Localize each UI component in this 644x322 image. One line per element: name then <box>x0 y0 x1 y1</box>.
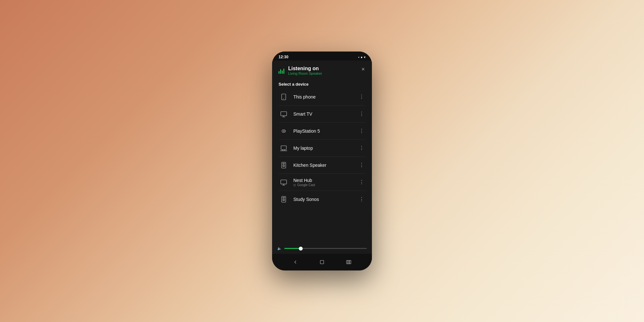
eq-bar-4 <box>283 69 284 74</box>
speaker-icon <box>279 160 289 170</box>
tv-icon <box>279 109 289 119</box>
select-device-label: Select a device <box>272 79 372 89</box>
device-name: My laptop <box>293 146 353 151</box>
device-info: Nest Hub ⊡ Google Cast <box>293 178 353 187</box>
volume-area: 🔈 <box>272 244 372 254</box>
volume-track[interactable] <box>284 248 367 249</box>
status-icons: ▪ ● ▾ <box>358 55 365 59</box>
device-name: Smart TV <box>293 111 353 117</box>
eq-bar-1 <box>279 71 279 74</box>
wifi-icon: ▾ <box>364 55 365 59</box>
device-item-laptop[interactable]: My laptop ⋮ <box>272 140 372 156</box>
svg-rect-22 <box>320 260 324 264</box>
header-text: Listening on Living Room Speaker <box>288 66 322 75</box>
eq-bar-3 <box>282 71 283 74</box>
cast-icon: ⊡ <box>293 184 296 187</box>
device-name: This phone <box>293 94 353 99</box>
device-info: My laptop <box>293 146 353 151</box>
content-area: Listening on Living Room Speaker × Selec… <box>272 61 372 254</box>
device-info: Smart TV <box>293 111 353 117</box>
device-name: Study Sonos <box>293 197 353 202</box>
device-name: PlayStation 5 <box>293 128 353 134</box>
device-item-playstation[interactable]: PlayStation 5 ⋮ <box>272 123 372 139</box>
svg-rect-15 <box>281 180 287 184</box>
svg-rect-14 <box>283 163 285 164</box>
volume-icon: 🔈 <box>277 246 282 251</box>
device-item-nest-hub[interactable]: Nest Hub ⊡ Google Cast ⋮ <box>272 174 372 191</box>
equalizer-icon <box>279 67 284 74</box>
volume-thumb[interactable] <box>299 247 303 251</box>
current-device-label: Living Room Speaker <box>288 71 322 75</box>
device-name: Kitchen Speaker <box>293 163 353 168</box>
nav-bar <box>272 254 372 270</box>
header-left: Listening on Living Room Speaker <box>279 66 322 75</box>
gamepad-icon <box>279 126 289 136</box>
svg-rect-24 <box>348 260 349 264</box>
device-item-study-sonos[interactable]: Study Sonos ⋮ <box>272 191 372 208</box>
more-options-button[interactable]: ⋮ <box>358 179 365 185</box>
device-sub: ⊡ Google Cast <box>293 183 353 187</box>
eq-bar-2 <box>280 69 281 74</box>
recents-button[interactable] <box>343 258 355 267</box>
device-item-smart-tv[interactable]: Smart TV ⋮ <box>272 106 372 122</box>
signal-icon: ● <box>361 55 363 59</box>
device-info: Kitchen Speaker <box>293 163 353 168</box>
listening-on-title: Listening on <box>288 66 322 71</box>
status-time: 12:30 <box>279 55 289 59</box>
device-name: Nest Hub <box>293 178 353 183</box>
more-options-button[interactable]: ⋮ <box>358 196 365 203</box>
close-button[interactable]: × <box>361 66 365 73</box>
battery-icon: ▪ <box>358 55 359 59</box>
nest-hub-icon <box>279 177 289 187</box>
svg-rect-23 <box>347 260 348 264</box>
svg-rect-8 <box>281 146 287 150</box>
more-options-button[interactable]: ⋮ <box>358 145 365 151</box>
device-list: This phone ⋮ Smart TV ⋮ <box>272 89 372 244</box>
device-info: This phone <box>293 94 353 99</box>
phone-icon <box>279 92 289 102</box>
svg-point-20 <box>283 200 284 200</box>
status-bar: 12:30 ▪ ● ▾ <box>272 52 372 61</box>
svg-rect-21 <box>283 197 285 198</box>
volume-fill <box>284 248 301 249</box>
phone-shell: 12:30 ▪ ● ▾ Listening on Living Room Spe… <box>272 52 372 270</box>
device-sub-text: Google Cast <box>297 183 315 187</box>
more-options-button[interactable]: ⋮ <box>358 94 365 100</box>
more-options-button[interactable]: ⋮ <box>358 162 365 168</box>
more-options-button[interactable]: ⋮ <box>358 111 365 117</box>
header: Listening on Living Room Speaker × <box>272 61 372 79</box>
laptop-icon <box>279 143 289 153</box>
svg-point-13 <box>283 166 284 166</box>
svg-point-7 <box>285 131 285 131</box>
device-info: PlayStation 5 <box>293 128 353 134</box>
back-button[interactable] <box>289 258 301 267</box>
svg-rect-2 <box>281 112 287 116</box>
more-options-button[interactable]: ⋮ <box>358 128 365 134</box>
home-button[interactable] <box>316 258 328 267</box>
sonos-icon <box>279 194 289 204</box>
device-info: Study Sonos <box>293 197 353 202</box>
device-item-this-phone[interactable]: This phone ⋮ <box>272 89 372 105</box>
svg-rect-25 <box>350 260 351 264</box>
device-item-kitchen-speaker[interactable]: Kitchen Speaker ⋮ <box>272 157 372 174</box>
